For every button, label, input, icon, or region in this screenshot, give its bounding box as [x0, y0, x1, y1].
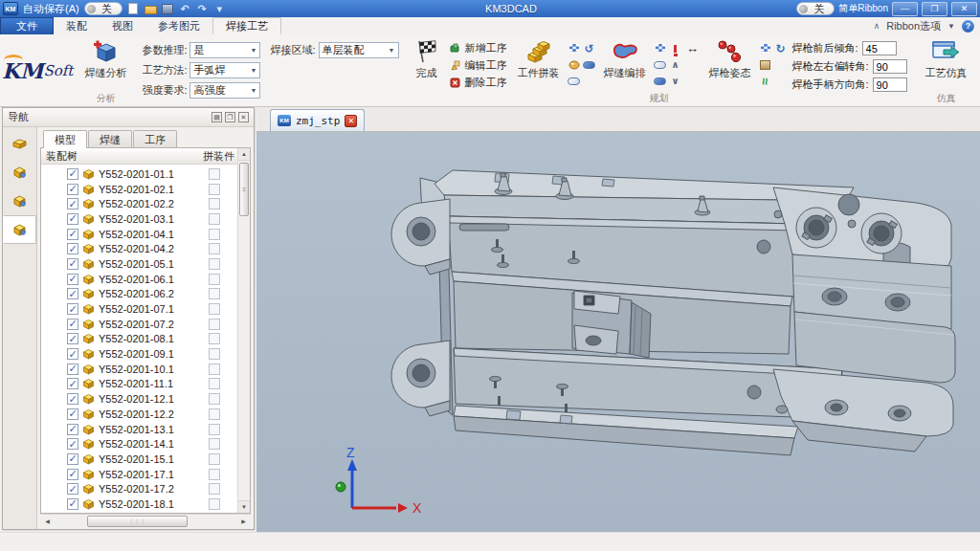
viewport-3d[interactable]: Z X — [256, 132, 980, 532]
delete-process-button[interactable]: 删除工序 — [446, 75, 511, 91]
collapse-ribbon-icon[interactable]: ∧ — [874, 21, 880, 31]
tree-row[interactable]: ✓ Y552-0201-08.1 — [41, 332, 236, 347]
segment-blue-button[interactable] — [654, 77, 666, 85]
stamp-tool-button[interactable] — [760, 59, 771, 71]
gun-angle1-input[interactable] — [862, 41, 897, 55]
assembly-checkbox[interactable] — [209, 498, 220, 510]
autosave-toggle[interactable]: 关 — [84, 2, 122, 15]
assembly-checkbox[interactable] — [209, 303, 220, 315]
assembly-checkbox[interactable] — [209, 483, 220, 495]
gun-angle2-input[interactable] — [873, 59, 907, 74]
tree-row[interactable]: ✓ Y552-0201-04.2 — [41, 241, 236, 256]
visibility-checkbox[interactable]: ✓ — [67, 168, 78, 180]
strip-flat-box-button[interactable] — [3, 129, 36, 158]
rotate-tool-button[interactable]: ↻ — [775, 43, 787, 55]
marker-tool-button[interactable] — [670, 43, 681, 55]
scroll-up-icon[interactable]: ▲ — [238, 148, 250, 161]
assembly-checkbox[interactable] — [209, 453, 220, 465]
undo-button[interactable]: ↶ — [179, 3, 191, 14]
tree-row[interactable]: ✓ Y552-0201-05.1 — [41, 256, 236, 272]
assembly-checkbox[interactable] — [209, 258, 220, 270]
scroll-right-icon[interactable]: ▶ — [237, 516, 250, 527]
scrollbar-thumb[interactable]: ≡ — [239, 163, 249, 216]
gun-angle3-input[interactable] — [873, 77, 907, 92]
workpiece-assembly-button[interactable]: 工件拼装 — [511, 35, 567, 78]
tree-row[interactable]: ✓ Y552-0201-09.1 — [41, 346, 236, 362]
visibility-checkbox[interactable]: ✓ — [67, 213, 78, 225]
assembly-checkbox[interactable] — [209, 333, 220, 344]
ribbon-options-label[interactable]: Ribbon选项 — [886, 19, 941, 33]
visibility-checkbox[interactable]: ✓ — [67, 198, 78, 209]
edit-process-button[interactable]: 编辑工序 — [446, 57, 511, 74]
tree-row[interactable]: ✓ Y552-0201-07.1 — [41, 301, 236, 317]
tree-row[interactable]: ✓ Y552-0201-11.1 — [41, 377, 236, 392]
gun-pose-button[interactable]: 焊枪姿态 — [702, 35, 758, 78]
flag-tool-button[interactable] — [760, 43, 771, 55]
assembly-checkbox[interactable] — [209, 319, 220, 330]
open-file-button[interactable] — [145, 3, 157, 14]
move-down-button[interactable]: ∨ — [671, 76, 679, 86]
measure-width-button[interactable]: ↔ — [687, 43, 699, 55]
assembly-checkbox[interactable] — [209, 274, 220, 285]
menu-tab-welding[interactable]: 焊接工艺 — [212, 17, 281, 34]
visibility-checkbox[interactable]: ✓ — [67, 288, 78, 299]
document-close-icon[interactable]: ✕ — [345, 115, 357, 127]
assembly-checkbox[interactable] — [209, 438, 220, 450]
visibility-checkbox[interactable]: ✓ — [67, 348, 78, 360]
tree-row[interactable]: ✓ Y552-0201-13.1 — [41, 422, 236, 437]
assembly-checkbox[interactable] — [209, 288, 220, 299]
ribbon-mode-toggle[interactable]: 关 — [796, 2, 835, 15]
assembly-checkbox[interactable] — [209, 378, 220, 389]
maximize-button[interactable]: ❐ — [922, 2, 947, 16]
assembly-checkbox[interactable] — [209, 424, 220, 435]
assembly-checkbox[interactable] — [209, 184, 220, 195]
visibility-checkbox[interactable]: ✓ — [67, 274, 78, 285]
tree-row[interactable]: ✓ Y552-0201-12.2 — [41, 407, 236, 422]
tree-row[interactable]: ✓ Y552-0201-18.1 — [41, 496, 236, 512]
menu-tab-assembly[interactable]: 装配 — [54, 17, 100, 34]
tree-row[interactable]: ✓ Y552-0201-06.2 — [41, 287, 236, 302]
tree-row[interactable]: ✓ Y552-0201-03.1 — [41, 211, 236, 227]
visibility-checkbox[interactable]: ✓ — [67, 408, 78, 420]
assembly-checkbox[interactable] — [209, 393, 220, 405]
pin-icon[interactable]: ▤ — [212, 112, 222, 122]
visibility-checkbox[interactable]: ✓ — [67, 453, 78, 465]
tab-model[interactable]: 模型 — [43, 130, 87, 148]
assembly-checkbox[interactable] — [209, 243, 220, 254]
visibility-checkbox[interactable]: ✓ — [67, 333, 78, 344]
visibility-checkbox[interactable]: ✓ — [67, 229, 78, 240]
assembly-checkbox[interactable] — [209, 348, 220, 360]
tree-row[interactable]: ✓ Y552-0201-15.1 — [41, 452, 236, 467]
strip-seam-button[interactable] — [3, 187, 36, 215]
flag-tool-button[interactable] — [568, 43, 580, 55]
assembly-checkbox[interactable] — [209, 469, 220, 480]
strip-model-button[interactable] — [3, 158, 36, 187]
tree-row[interactable]: ✓ Y552-0201-02.1 — [41, 182, 236, 197]
rotate-tool-button[interactable]: ↺ — [584, 43, 595, 55]
menu-tab-file[interactable]: 文件 — [0, 17, 54, 34]
qat-dropdown-button[interactable]: ▾ — [213, 3, 226, 14]
panel-close-icon[interactable]: ✕ — [238, 112, 249, 122]
assembly-checkbox[interactable] — [209, 229, 220, 240]
move-up-button[interactable]: ∧ — [671, 59, 679, 70]
menu-tab-view[interactable]: 视图 — [100, 17, 145, 34]
spring-tool-button[interactable]: ≈ — [760, 76, 771, 87]
scroll-left-icon[interactable]: ◀ — [41, 516, 54, 527]
tree-vertical-scrollbar[interactable]: ▲ ≡ ▼ — [237, 148, 250, 513]
tree-row[interactable]: ✓ Y552-0201-10.1 — [41, 362, 236, 377]
visibility-checkbox[interactable]: ✓ — [67, 258, 78, 270]
visibility-checkbox[interactable]: ✓ — [67, 438, 78, 450]
visibility-checkbox[interactable]: ✓ — [67, 469, 78, 480]
visibility-checkbox[interactable]: ✓ — [67, 243, 78, 254]
tree-row[interactable]: ✓ Y552-0201-06.1 — [41, 272, 236, 287]
assembly-checkbox[interactable] — [209, 364, 220, 375]
segment-white-button[interactable] — [568, 77, 580, 85]
finish-button[interactable]: 完成 — [408, 35, 446, 78]
tree-row[interactable]: ✓ Y552-0201-14.1 — [41, 436, 236, 452]
new-file-button[interactable] — [127, 3, 140, 14]
param-method-select[interactable]: 手弧焊▼ — [189, 62, 260, 78]
float-icon[interactable]: ❐ — [225, 112, 235, 122]
assembly-checkbox[interactable] — [209, 198, 220, 209]
assembly-checkbox[interactable] — [209, 408, 220, 420]
scroll-down-icon[interactable]: ▼ — [238, 500, 250, 513]
